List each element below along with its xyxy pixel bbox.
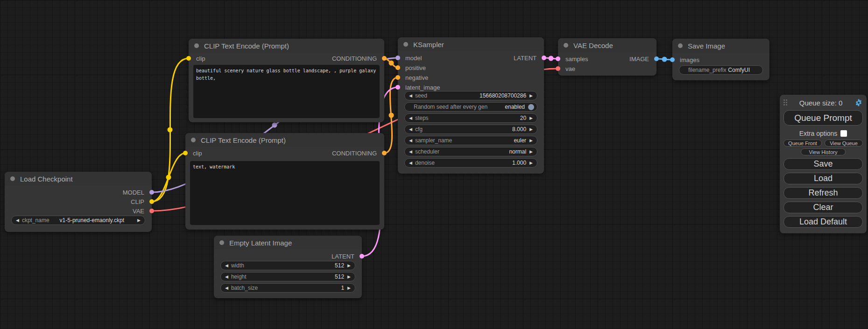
link-midpoint-dot[interactable] bbox=[549, 56, 554, 61]
node-clip-text-encode-negative[interactable]: CLIP Text Encode (Prompt) clip CONDITION… bbox=[185, 133, 384, 230]
decrement-arrow-icon[interactable]: ◀ bbox=[225, 264, 228, 268]
collapse-dot-icon[interactable] bbox=[564, 43, 568, 48]
node-empty-latent-image[interactable]: Empty Latent Image LATENT ◀ width 512 ▶ … bbox=[214, 236, 362, 298]
collapse-dot-icon[interactable] bbox=[10, 176, 15, 181]
refresh-button[interactable]: Refresh bbox=[783, 187, 863, 199]
port-in-negative[interactable] bbox=[395, 75, 400, 80]
increment-arrow-icon[interactable]: ▶ bbox=[137, 218, 141, 223]
widget-cfg[interactable]: ◀ cfg 8.000 ▶ bbox=[404, 125, 537, 134]
widget-steps[interactable]: ◀ steps 20 ▶ bbox=[404, 113, 537, 123]
port-out-image[interactable] bbox=[654, 56, 659, 61]
decrement-arrow-icon[interactable]: ◀ bbox=[225, 286, 228, 290]
node-title-bar[interactable]: Load Checkpoint bbox=[5, 172, 152, 186]
widget-value: 1.000 bbox=[512, 160, 526, 166]
node-title-bar[interactable]: CLIP Text Encode (Prompt) bbox=[185, 133, 384, 147]
view-history-button[interactable]: View History bbox=[801, 148, 846, 155]
node-save-image[interactable]: Save Image images filename_prefix ComfyU… bbox=[672, 39, 769, 80]
port-in-clip[interactable] bbox=[183, 151, 188, 155]
prompt-textarea[interactable]: text, watermark bbox=[190, 161, 380, 225]
port-out-latent[interactable] bbox=[542, 56, 546, 60]
decrement-arrow-icon[interactable]: ◀ bbox=[409, 116, 412, 120]
decrement-arrow-icon[interactable]: ◀ bbox=[409, 139, 412, 143]
decrement-arrow-icon[interactable]: ◀ bbox=[16, 218, 19, 223]
port-out-latent[interactable] bbox=[360, 254, 364, 259]
port-in-vae[interactable] bbox=[556, 66, 560, 71]
drag-handle-icon[interactable] bbox=[783, 99, 787, 106]
widget-value: 20 bbox=[520, 115, 526, 121]
port-row: clip CONDITIONING bbox=[185, 148, 384, 158]
increment-arrow-icon[interactable]: ▶ bbox=[529, 116, 533, 120]
widget-seed[interactable]: ◀ seed 156680208700286 ▶ bbox=[404, 91, 537, 100]
increment-arrow-icon[interactable]: ▶ bbox=[347, 264, 351, 268]
decrement-arrow-icon[interactable]: ◀ bbox=[409, 150, 412, 154]
widget-scheduler[interactable]: ◀ scheduler normal ▶ bbox=[404, 147, 537, 156]
collapse-dot-icon[interactable] bbox=[403, 42, 408, 47]
decrement-arrow-icon[interactable]: ◀ bbox=[225, 275, 228, 279]
increment-arrow-icon[interactable]: ▶ bbox=[529, 150, 533, 154]
port-in-model[interactable] bbox=[395, 56, 400, 60]
port-in-images[interactable] bbox=[670, 57, 675, 62]
node-title-bar[interactable]: Empty Latent Image bbox=[214, 236, 362, 250]
node-load-checkpoint[interactable]: Load Checkpoint MODEL CLIP VAE ◀ ckpt_na… bbox=[5, 172, 152, 232]
link-midpoint-dot[interactable] bbox=[166, 175, 171, 180]
widget-label: scheduler bbox=[415, 148, 439, 155]
link-midpoint-dot[interactable] bbox=[272, 123, 277, 128]
node-title-bar[interactable]: KSampler bbox=[398, 37, 544, 51]
port-in-positive[interactable] bbox=[395, 65, 400, 70]
increment-arrow-icon[interactable]: ▶ bbox=[529, 127, 533, 132]
port-out-vae[interactable] bbox=[149, 209, 154, 213]
widget-denoise[interactable]: ◀ denoise 1.000 ▶ bbox=[404, 158, 537, 168]
collapse-dot-icon[interactable] bbox=[194, 43, 199, 48]
port-row: latent_image bbox=[398, 83, 544, 92]
decrement-arrow-icon[interactable]: ◀ bbox=[409, 127, 412, 132]
save-button[interactable]: Save bbox=[783, 158, 863, 170]
node-title-bar[interactable]: Save Image bbox=[672, 39, 769, 53]
load-default-button[interactable]: Load Default bbox=[783, 216, 863, 228]
port-in-clip[interactable] bbox=[186, 56, 191, 61]
widget-width[interactable]: ◀ width 512 ▶ bbox=[220, 261, 355, 270]
port-row: model LATENT bbox=[398, 53, 544, 63]
view-queue-button[interactable]: View Queue bbox=[825, 140, 863, 147]
link-midpoint-dot[interactable] bbox=[168, 127, 173, 133]
increment-arrow-icon[interactable]: ▶ bbox=[529, 139, 533, 143]
port-in-samples[interactable] bbox=[556, 56, 560, 61]
collapse-dot-icon[interactable] bbox=[219, 240, 224, 245]
widget-random-seed-toggle[interactable]: Random seed after every gen enabled bbox=[404, 102, 537, 112]
gear-icon[interactable] bbox=[854, 98, 863, 107]
toggle-knob[interactable] bbox=[528, 104, 534, 110]
increment-arrow-icon[interactable]: ▶ bbox=[529, 161, 533, 165]
widget-label: denoise bbox=[415, 160, 435, 166]
decrement-arrow-icon[interactable]: ◀ bbox=[409, 94, 412, 98]
node-ksampler[interactable]: KSampler model LATENT positive negative … bbox=[398, 37, 544, 174]
port-in-latent-image[interactable] bbox=[395, 85, 400, 90]
prompt-textarea[interactable]: beautiful scenery nature glass bottle la… bbox=[193, 65, 380, 118]
increment-arrow-icon[interactable]: ▶ bbox=[347, 286, 351, 290]
widget-sampler-name[interactable]: ◀ sampler_name euler ▶ bbox=[404, 136, 537, 145]
link-midpoint-dot[interactable] bbox=[389, 61, 394, 66]
queue-panel: Queue size: 0 Queue Prompt Extra options… bbox=[780, 95, 867, 233]
port-out-conditioning[interactable] bbox=[382, 151, 387, 155]
node-clip-text-encode-positive[interactable]: CLIP Text Encode (Prompt) clip CONDITION… bbox=[189, 39, 384, 122]
link-midpoint-dot[interactable] bbox=[662, 57, 667, 62]
extra-options-checkbox[interactable] bbox=[840, 130, 847, 137]
collapse-dot-icon[interactable] bbox=[191, 138, 196, 142]
link-midpoint-dot[interactable] bbox=[389, 113, 394, 118]
collapse-dot-icon[interactable] bbox=[678, 43, 683, 48]
decrement-arrow-icon[interactable]: ◀ bbox=[409, 161, 412, 165]
clear-button[interactable]: Clear bbox=[783, 202, 863, 213]
node-vae-decode[interactable]: VAE Decode samples IMAGE vae bbox=[558, 38, 656, 76]
increment-arrow-icon[interactable]: ▶ bbox=[529, 94, 533, 98]
port-out-clip[interactable] bbox=[149, 199, 154, 204]
port-out-conditioning[interactable] bbox=[382, 56, 387, 61]
widget-filename-prefix[interactable]: filename_prefix ComfyUI bbox=[679, 65, 763, 75]
widget-ckpt-name[interactable]: ◀ ckpt_name v1-5-pruned-emaonly.ckpt ▶ bbox=[11, 216, 145, 225]
increment-arrow-icon[interactable]: ▶ bbox=[347, 275, 351, 279]
widget-batch-size[interactable]: ◀ batch_size 1 ▶ bbox=[220, 283, 355, 293]
port-out-model[interactable] bbox=[149, 190, 154, 195]
node-title-bar[interactable]: CLIP Text Encode (Prompt) bbox=[189, 39, 384, 53]
queue-front-button[interactable]: Queue Front bbox=[783, 140, 822, 147]
queue-prompt-button[interactable]: Queue Prompt bbox=[783, 110, 863, 126]
node-title-bar[interactable]: VAE Decode bbox=[558, 38, 656, 52]
widget-height[interactable]: ◀ height 512 ▶ bbox=[220, 272, 355, 281]
load-button[interactable]: Load bbox=[783, 173, 863, 184]
